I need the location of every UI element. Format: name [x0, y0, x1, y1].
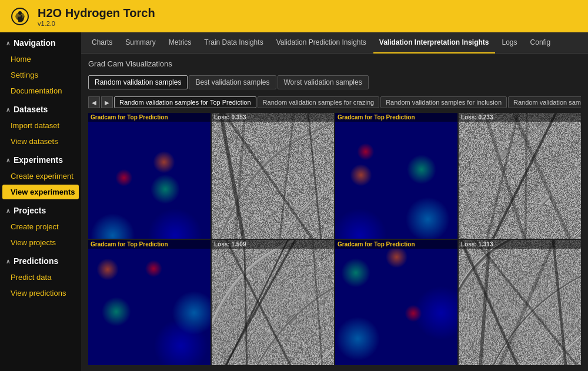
chevron-icon: ∧ — [6, 208, 10, 214]
sub-tabs: Random validation samples Best validatio… — [88, 75, 581, 89]
grayscale-canvas-2 — [212, 113, 334, 239]
sidebar-section-projects-label: Projects — [14, 206, 46, 215]
sidebar-section-experiments-label: Experiments — [14, 155, 63, 165]
image-label-3: Gradcam for Top Prediction — [335, 113, 457, 122]
sidebar-item-settings[interactable]: Settings — [0, 67, 81, 83]
chevron-icon: ∧ — [6, 157, 10, 163]
sidebar-item-create-project[interactable]: Create project — [0, 219, 81, 235]
sidebar-section-datasets[interactable]: ∧ Datasets — [0, 99, 81, 118]
sub-tab-best-validation[interactable]: Best validation samples — [189, 75, 276, 89]
filter-tab-random-top[interactable]: Random validation samples for Top Predic… — [114, 96, 256, 108]
image-label-5: Gradcam for Top Prediction — [88, 240, 211, 249]
chevron-icon: ∧ — [6, 258, 10, 265]
chevron-icon: ∧ — [6, 106, 10, 113]
image-cell-5: Gradcam for Top Prediction — [88, 240, 211, 366]
sidebar-item-view-projects[interactable]: View projects — [0, 235, 81, 250]
chevron-icon: ∧ — [6, 40, 10, 46]
tab-charts[interactable]: Charts — [86, 32, 118, 54]
nav-next-arrow[interactable]: ▶ — [101, 96, 113, 108]
filter-tab-random-crazing[interactable]: Random validation samples for crazing — [258, 96, 380, 108]
sidebar-section-predictions[interactable]: ∧ Predictions — [0, 250, 81, 269]
main-content: Charts Summary Metrics Train Data Insigh… — [81, 32, 588, 371]
app-name: H2O Hydrogen Torch — [38, 6, 155, 20]
sidebar-item-documentation[interactable]: Documentation — [0, 83, 81, 99]
image-cell-2: Loss: 0.353 — [212, 113, 334, 239]
tab-validation-interpretation-insights[interactable]: Validation Interpretation Insights — [373, 32, 495, 54]
image-cell-4: Loss: 0.233 — [459, 113, 581, 239]
filter-tab-random-inclusion[interactable]: Random validation samples for inclusion — [380, 96, 507, 108]
sub-tab-worst-validation[interactable]: Worst validation samples — [278, 75, 369, 89]
sidebar-item-view-datasets[interactable]: View datasets — [0, 133, 81, 149]
heatmap-canvas-3 — [335, 113, 457, 239]
sidebar-item-create-experiment[interactable]: Create experiment — [0, 168, 81, 184]
sidebar-section-navigation-label: Navigation — [14, 38, 56, 48]
sidebar-section-experiments[interactable]: ∧ Experiments — [0, 149, 81, 168]
tabs-bar: Charts Summary Metrics Train Data Insigh… — [81, 32, 588, 54]
sub-tab-random-validation[interactable]: Random validation samples — [88, 75, 188, 89]
sidebar-section-datasets-label: Datasets — [14, 105, 48, 114]
header-title-group: H2O Hydrogen Torch v1.2.0 — [38, 6, 155, 27]
tab-train-data-insights[interactable]: Train Data Insights — [198, 32, 269, 54]
app-logo — [9, 6, 31, 27]
nav-prev-arrow[interactable]: ◀ — [88, 96, 100, 108]
image-cell-3: Gradcam for Top Prediction — [335, 113, 457, 239]
image-label-2: Loss: 0.353 — [212, 113, 334, 122]
heatmap-canvas-1 — [88, 113, 211, 239]
grayscale-canvas-8 — [459, 240, 581, 366]
tab-logs[interactable]: Logs — [496, 32, 523, 54]
filter-tab-random-patches[interactable]: Random validation samples for patches — [508, 96, 581, 108]
tab-config[interactable]: Config — [524, 32, 557, 54]
grayscale-canvas-4 — [459, 113, 581, 239]
main-layout: ∧ Navigation Home Settings Documentation… — [0, 32, 588, 371]
sidebar-item-predict-data[interactable]: Predict data — [0, 269, 81, 285]
tab-metrics[interactable]: Metrics — [163, 32, 198, 54]
image-grid: Gradcam for Top Prediction Loss: 0.353 G… — [88, 113, 581, 365]
section-title: Grad Cam Visualizations — [88, 59, 581, 68]
filter-row: ◀ ▶ Random validation samples for Top Pr… — [88, 96, 581, 108]
image-label-4: Loss: 0.233 — [459, 113, 581, 122]
image-label-1: Gradcam for Top Prediction — [88, 113, 211, 122]
sidebar: ∧ Navigation Home Settings Documentation… — [0, 32, 81, 371]
image-label-8: Loss: 1.313 — [459, 240, 581, 249]
sidebar-item-view-experiments[interactable]: View experiments — [2, 185, 79, 199]
image-cell-8: Loss: 1.313 — [459, 240, 581, 366]
tab-summary[interactable]: Summary — [119, 32, 161, 54]
image-label-7: Gradcam for Top Prediction — [335, 240, 457, 249]
content-area: Grad Cam Visualizations Random validatio… — [81, 54, 588, 371]
heatmap-canvas-7 — [335, 240, 457, 366]
grayscale-canvas-6 — [212, 240, 334, 366]
sidebar-item-home[interactable]: Home — [0, 51, 81, 67]
app-version: v1.2.0 — [38, 20, 155, 27]
image-cell-1: Gradcam for Top Prediction — [88, 113, 211, 239]
heatmap-canvas-5 — [88, 240, 211, 366]
sidebar-item-view-predictions[interactable]: View predictions — [0, 285, 81, 301]
tab-validation-prediction-insights[interactable]: Validation Prediction Insights — [270, 32, 372, 54]
image-cell-6: Loss: 1.509 — [212, 240, 334, 366]
image-cell-7: Gradcam for Top Prediction — [335, 240, 457, 366]
sidebar-section-navigation[interactable]: ∧ Navigation — [0, 32, 81, 51]
image-label-6: Loss: 1.509 — [212, 240, 334, 249]
sidebar-item-import-dataset[interactable]: Import dataset — [0, 118, 81, 133]
svg-point-1 — [18, 11, 22, 15]
sidebar-section-projects[interactable]: ∧ Projects — [0, 200, 81, 219]
app-header: H2O Hydrogen Torch v1.2.0 — [0, 0, 588, 32]
sidebar-section-predictions-label: Predictions — [14, 256, 58, 266]
